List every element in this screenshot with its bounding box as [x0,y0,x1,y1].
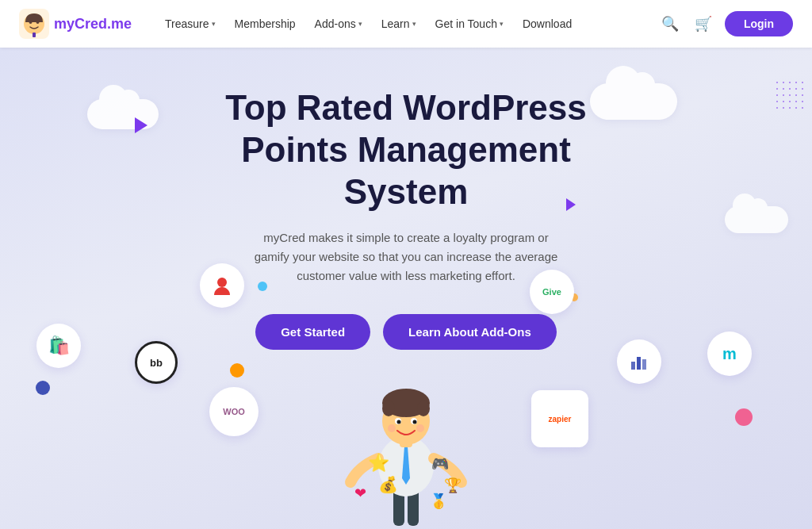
cart-icon[interactable]: 🛒 [691,12,715,36]
dot-orange-mid [230,363,244,378]
dot-pink-right [735,408,753,426]
navbar: myCred.me Treasure ▾ Membership Add-ons … [0,0,812,48]
svg-text:🏆: 🏆 [444,477,462,494]
svg-point-23 [416,424,424,432]
svg-point-20 [397,420,401,424]
chevron-down-icon: ▾ [358,20,362,28]
nav-item-membership[interactable]: Membership [227,13,304,35]
integration-buddypress [200,263,244,308]
chevron-down-icon: ▾ [412,20,416,28]
hero-subtitle: myCred makes it simple to create a loyal… [247,228,565,286]
search-icon[interactable]: 🔍 [658,12,682,36]
integration-buddyboss: bb [135,341,178,384]
hero-title: Top Rated WordPress Points Management Sy… [225,87,587,213]
svg-point-17 [417,401,430,416]
hero-section: Top Rated WordPress Points Management Sy… [0,48,812,529]
svg-rect-6 [631,362,635,370]
logo-text: myCred.me [54,16,132,33]
chevron-down-icon: ▾ [212,20,216,28]
logo[interactable]: myCred.me [19,9,132,39]
svg-rect-4 [33,33,36,37]
dot-grid-decoration [774,79,806,111]
dot-indigo-left [36,381,50,395]
nav-item-treasure[interactable]: Treasure ▾ [157,13,224,35]
get-started-button[interactable]: Get Started [255,314,370,350]
integration-woocommerce: WOO [209,387,259,436]
svg-text:⭐: ⭐ [368,452,390,473]
nav-actions: 🔍 🛒 Login [658,11,793,36]
integration-zapier: zapier [531,390,588,447]
svg-text:🎮: 🎮 [431,455,450,473]
svg-point-22 [388,424,396,432]
play-icon-left [135,117,147,133]
nav-links: Treasure ▾ Membership Add-ons ▾ Learn ▾ … [157,13,658,35]
character-illustration: ⭐ ❤ 💰 🎮 🏆 🥇 [327,351,485,529]
login-button[interactable]: Login [725,11,793,36]
logo-icon [19,9,49,39]
svg-rect-8 [642,359,646,370]
nav-item-contact[interactable]: Get in Touch ▾ [427,13,511,35]
nav-item-addons[interactable]: Add-ons ▾ [307,13,370,35]
svg-text:❤: ❤ [354,485,366,501]
integration-m: m [707,332,752,376]
nav-item-download[interactable]: Download [515,13,580,35]
hero-buttons: Get Started Learn About Add-Ons [255,314,557,350]
svg-rect-7 [637,357,641,370]
integration-analytics [617,339,661,384]
svg-point-5 [217,278,227,287]
cloud-right-mid [725,206,788,233]
svg-point-21 [413,420,417,424]
nav-item-learn[interactable]: Learn ▾ [373,13,424,35]
svg-text:💰: 💰 [378,475,398,494]
cloud-right-top [590,83,677,120]
svg-point-16 [382,401,395,416]
cloud-left [87,99,159,129]
learn-addons-button[interactable]: Learn About Add-Ons [383,314,557,350]
integration-shop: 🛍️ [36,324,81,368]
chevron-down-icon: ▾ [500,20,504,28]
svg-text:🥇: 🥇 [430,493,448,510]
